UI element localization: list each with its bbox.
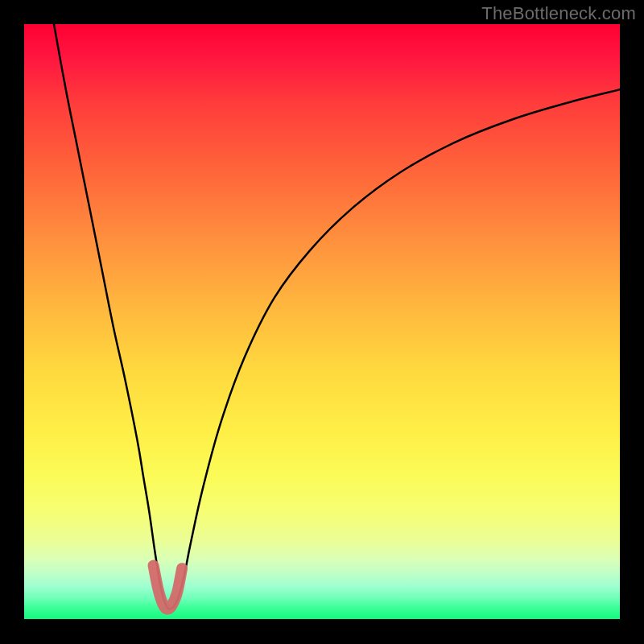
chart-stage: TheBottleneck.com bbox=[0, 0, 644, 644]
chart-svg bbox=[24, 24, 620, 619]
watermark-text: TheBottleneck.com bbox=[481, 3, 636, 24]
chart-plot-area bbox=[24, 24, 620, 619]
valley-marker bbox=[154, 565, 183, 609]
bottleneck-curve bbox=[54, 24, 620, 609]
